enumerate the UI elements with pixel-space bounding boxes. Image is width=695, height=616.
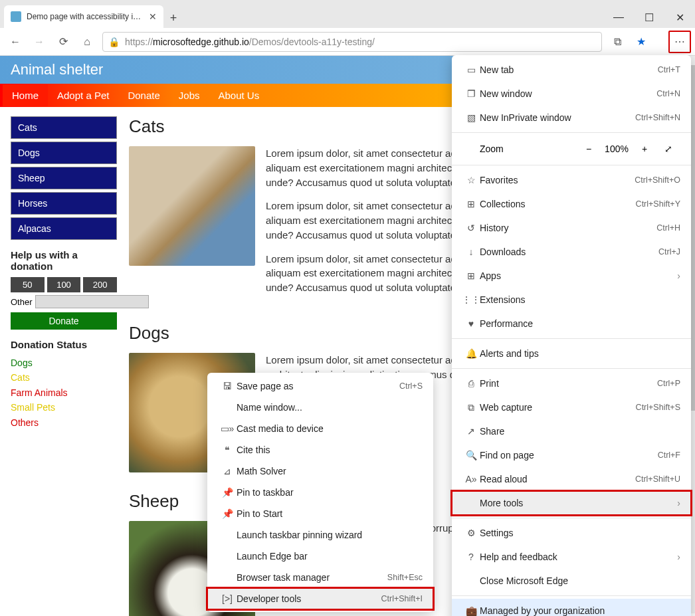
star-icon: ☆ <box>462 175 480 185</box>
submenu-cite-this[interactable]: ❝Cite this <box>207 439 433 461</box>
private-icon: ▧ <box>462 112 480 123</box>
sidenav-dogs[interactable]: Dogs <box>11 142 117 164</box>
amount-50[interactable]: 50 <box>11 277 45 292</box>
status-small-pets: Small Pets <box>11 400 117 415</box>
toolbar: ← → ⟳ ⌂ 🔒 https://microsoftedge.github.i… <box>0 28 695 56</box>
home-button[interactable]: ⌂ <box>76 31 98 53</box>
sidenav-alpacas[interactable]: Alpacas <box>11 217 117 240</box>
quote-icon: ❝ <box>218 445 237 455</box>
menu-history[interactable]: ↺HistoryCtrl+H <box>452 216 691 240</box>
menu-alerts-and-tips[interactable]: 🔔Alerts and tips <box>452 342 691 365</box>
nav-about-us[interactable]: About Us <box>209 84 268 106</box>
read-icon: A» <box>462 474 480 484</box>
translate-icon[interactable]: ⧉ <box>606 31 629 53</box>
print-icon: ⎙ <box>462 378 480 389</box>
menu-new-tab[interactable]: ▭New tabCtrl+T <box>452 58 691 82</box>
submenu-browser-task-manager[interactable]: Browser task managerShift+Esc <box>207 567 433 588</box>
menu-help-and-feedback[interactable]: ?Help and feedback› <box>452 545 691 569</box>
maximize-button[interactable]: ☐ <box>634 7 664 28</box>
history-icon: ↺ <box>462 223 480 233</box>
close-window-button[interactable]: ✕ <box>664 7 695 28</box>
menu-managed-by-your-organization[interactable]: 💼Managed by your organization <box>452 599 691 616</box>
download-icon: ↓ <box>462 247 480 257</box>
menu-apps[interactable]: ⊞Apps› <box>452 264 691 288</box>
save-icon: 🖫 <box>218 381 237 391</box>
fullscreen-button[interactable]: ⤢ <box>656 144 680 154</box>
url-host: microsoftedge.github.io <box>153 37 249 47</box>
submenu-pin-to-start[interactable]: 📌Pin to Start <box>207 503 433 524</box>
menu-share[interactable]: ↗Share <box>452 419 691 443</box>
menu-new-inprivate-window[interactable]: ▧New InPrivate windowCtrl+Shift+N <box>452 106 691 130</box>
menu-performance[interactable]: ♥Performance <box>452 312 691 336</box>
donate-button[interactable]: Donate <box>11 312 117 330</box>
menu-favorites[interactable]: ☆FavoritesCtrl+Shift+O <box>452 168 691 192</box>
sidebar: CatsDogsSheepHorsesAlpacas Help us with … <box>11 116 117 616</box>
menu-read-aloud[interactable]: A»Read aloudCtrl+Shift+U <box>452 467 691 491</box>
refresh-button[interactable]: ⟳ <box>52 31 74 53</box>
submenu-developer-tools[interactable]: [>]Developer toolsCtrl+Shift+I <box>207 588 433 609</box>
cats-image <box>129 146 255 266</box>
pin-icon: 📌 <box>218 487 237 498</box>
menu-web-capture[interactable]: ⧉Web captureCtrl+Shift+S <box>452 395 691 419</box>
submenu-launch-taskbar-pinning-wizard[interactable]: Launch taskbar pinning wizard <box>207 524 433 546</box>
nav-adopt-a-pet[interactable]: Adopt a Pet <box>48 84 118 106</box>
status-farm-animals: Farm Animals <box>11 385 117 400</box>
submenu-name-window---[interactable]: Name window... <box>207 397 433 418</box>
cast-icon: ▭» <box>218 423 237 434</box>
menu-extensions[interactable]: ⋮⋮Extensions <box>452 288 691 312</box>
zoom-in-button[interactable]: + <box>633 144 656 154</box>
bag-icon: 💼 <box>462 605 480 616</box>
submenu-save-page-as[interactable]: 🖫Save page asCtrl+S <box>207 375 433 397</box>
nav-jobs[interactable]: Jobs <box>169 84 209 106</box>
submenu-pin-to-taskbar[interactable]: 📌Pin to taskbar <box>207 482 433 503</box>
forward-button[interactable]: → <box>28 31 50 53</box>
sidenav-sheep[interactable]: Sheep <box>11 167 117 189</box>
submenu-cast-media-to-device[interactable]: ▭»Cast media to device <box>207 418 433 439</box>
settings-more-button[interactable]: ⋯ <box>668 31 691 53</box>
sidenav-horses[interactable]: Horses <box>11 192 117 215</box>
address-bar[interactable]: 🔒 https://microsoftedge.github.io/Demos/… <box>102 32 602 52</box>
menu-more-tools[interactable]: More tools› <box>452 491 691 515</box>
submenu-math-solver[interactable]: ⊿Math Solver <box>207 461 433 482</box>
new-tab-button[interactable]: + <box>163 8 183 28</box>
browser-tab[interactable]: Demo page with accessibility issu ✕ <box>4 5 163 28</box>
minimize-button[interactable]: — <box>603 7 634 28</box>
close-tab-icon[interactable]: ✕ <box>149 11 157 22</box>
tab-title: Demo page with accessibility issu <box>27 12 144 21</box>
submenu-launch-edge-bar[interactable]: Launch Edge bar <box>207 546 433 567</box>
menu-print[interactable]: ⎙PrintCtrl+P <box>452 371 691 395</box>
zoom-value: 100% <box>601 144 633 154</box>
menu-new-window[interactable]: ❐New windowCtrl+N <box>452 82 691 106</box>
other-label: Other <box>11 297 33 307</box>
zoom-out-button[interactable]: − <box>577 144 601 154</box>
gear-icon: ⚙ <box>462 528 480 538</box>
help-icon: ? <box>462 552 480 562</box>
back-button[interactable]: ← <box>4 31 27 53</box>
sidenav-cats[interactable]: Cats <box>11 116 117 139</box>
pin-icon: 📌 <box>218 508 237 519</box>
menu-collections[interactable]: ⊞CollectionsCtrl+Shift+Y <box>452 192 691 216</box>
perf-icon: ♥ <box>462 318 480 329</box>
window-controls: — ☐ ✕ <box>603 7 695 28</box>
favicon <box>11 11 21 22</box>
menu-find-on-page[interactable]: 🔍Find on pageCtrl+F <box>452 443 691 467</box>
capture-icon: ⧉ <box>462 402 480 413</box>
menu-settings[interactable]: ⚙Settings <box>452 521 691 545</box>
share-icon: ↗ <box>462 426 480 437</box>
status-dogs: Dogs <box>11 356 117 370</box>
find-icon: 🔍 <box>462 450 480 461</box>
nav-donate[interactable]: Donate <box>118 84 169 106</box>
collections-icon: ⊞ <box>462 199 480 209</box>
apps-icon: ⊞ <box>462 270 480 281</box>
amount-200[interactable]: 200 <box>83 277 117 292</box>
status-others: Others <box>11 415 117 430</box>
menu-downloads[interactable]: ↓DownloadsCtrl+J <box>452 240 691 264</box>
donation-heading: Help us with a donation <box>11 249 117 272</box>
nav-home[interactable]: Home <box>3 84 48 106</box>
amount-100[interactable]: 100 <box>47 277 81 292</box>
tab-icon: ▭ <box>462 64 480 75</box>
menu-close-microsoft-edge[interactable]: Close Microsoft Edge <box>452 569 691 593</box>
lock-icon: 🔒 <box>108 37 120 47</box>
window-icon: ❐ <box>462 88 480 99</box>
favorite-icon[interactable]: ★ <box>630 31 652 53</box>
